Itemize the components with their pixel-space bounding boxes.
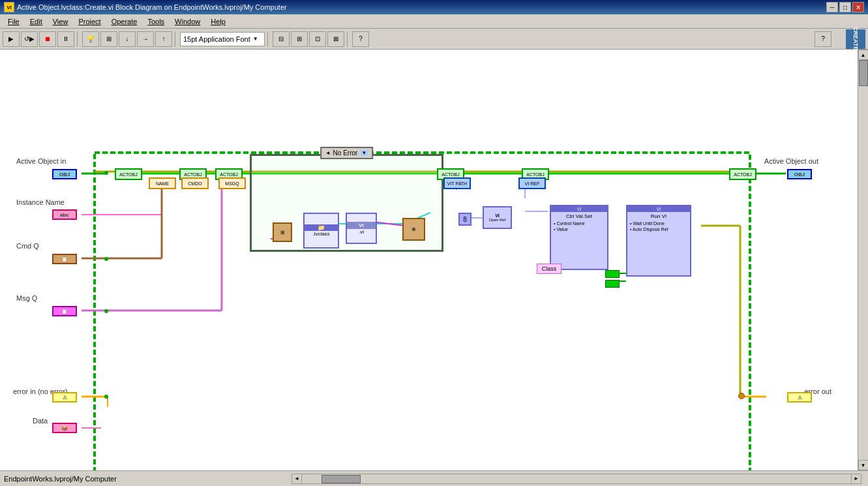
align-button[interactable]: ⊟ bbox=[273, 31, 290, 47]
font-name: 15pt Application Font bbox=[183, 35, 250, 43]
title-bar: VI Active Object.lvclass:Create.vi Block… bbox=[0, 0, 868, 14]
error-out-junction bbox=[738, 393, 745, 399]
toolbar-separator-2 bbox=[175, 31, 177, 47]
menu-project[interactable]: Project bbox=[73, 16, 106, 27]
scroll-thumb[interactable] bbox=[859, 60, 868, 86]
scroll-left-button[interactable]: ◄ bbox=[292, 474, 302, 484]
data-label: Data bbox=[33, 417, 48, 425]
maximize-button[interactable]: □ bbox=[839, 2, 851, 12]
horizontal-scroll-track[interactable] bbox=[302, 474, 851, 484]
toolbar-separator-1 bbox=[77, 31, 80, 47]
scroll-up-button[interactable]: ▲ bbox=[858, 50, 869, 60]
step-into-button[interactable]: ↓ bbox=[119, 31, 136, 47]
error-in-terminal[interactable]: ⚠ bbox=[52, 392, 77, 402]
toolbar-separator-3 bbox=[267, 31, 270, 47]
highlight-button[interactable]: 💡 bbox=[82, 31, 99, 47]
resize-button[interactable]: ⊡ bbox=[309, 31, 326, 47]
vi-open-ref-node[interactable]: VI Open Ref bbox=[483, 206, 512, 229]
horizontal-scroll-thumb[interactable] bbox=[322, 475, 361, 483]
error-out-terminal[interactable]: ⚠ bbox=[787, 392, 812, 402]
block-diagram: Active Object in OBJ Instance Name abc C… bbox=[0, 50, 858, 470]
msg-q-label: Msg Q bbox=[16, 294, 37, 302]
create-badge[interactable]: CREATE bbox=[846, 29, 865, 49]
wire-junction-4 bbox=[104, 395, 108, 399]
class-label-box: Class bbox=[537, 264, 561, 274]
actobj-node-1[interactable]: ACTOBJ bbox=[115, 168, 142, 180]
window-title: Active Object.lvclass:Create.vi Block Di… bbox=[17, 3, 826, 11]
menu-operate[interactable]: Operate bbox=[106, 16, 143, 27]
func-block-2[interactable]: ⊕ bbox=[402, 218, 425, 241]
status-text: EndpointWorks.lvproj/My Computer bbox=[4, 475, 289, 483]
run-vi-node[interactable]: VI Run VI • Wait Until Done • Auto Dispo… bbox=[626, 205, 691, 277]
font-selector[interactable]: 15pt Application Font ▼ bbox=[180, 32, 265, 46]
run-button[interactable]: ▶ bbox=[3, 31, 20, 47]
diagram-canvas[interactable]: Active Object in OBJ Instance Name abc C… bbox=[0, 50, 858, 470]
pause-button[interactable]: ⏸ bbox=[57, 31, 74, 47]
menu-tools[interactable]: Tools bbox=[142, 16, 170, 27]
reorder-button[interactable]: ⊠ bbox=[327, 31, 344, 47]
close-button[interactable]: ✕ bbox=[852, 2, 864, 12]
lvclass-icon-node[interactable]: 📁 .lvclass bbox=[303, 213, 339, 249]
actobj-node-6[interactable]: ACTOBJ bbox=[729, 168, 756, 180]
scroll-down-button[interactable]: ▼ bbox=[858, 460, 869, 470]
data-terminal[interactable]: 📦 bbox=[52, 423, 77, 433]
cmd-q-terminal[interactable]: 📋 bbox=[52, 254, 77, 264]
active-object-in-label: Active Object in bbox=[16, 157, 66, 165]
abort-button[interactable]: ⏹ bbox=[39, 31, 56, 47]
main-content: Active Object in OBJ Instance Name abc C… bbox=[0, 50, 868, 470]
scroll-track[interactable] bbox=[858, 60, 868, 460]
name-node[interactable]: NAME bbox=[149, 177, 176, 189]
menu-view[interactable]: View bbox=[48, 16, 74, 27]
status-indicator-2 bbox=[605, 280, 620, 288]
cmd-node[interactable]: CMDO bbox=[181, 177, 209, 189]
menu-edit[interactable]: Edit bbox=[25, 16, 48, 27]
instance-name-terminal[interactable]: abc bbox=[52, 209, 77, 220]
ctrl-val-set-node[interactable]: VI Ctrl Val.Set • Control Name • Value bbox=[550, 205, 608, 270]
status-bar: EndpointWorks.lvproj/My Computer ◄ ► bbox=[0, 470, 868, 486]
msg-node[interactable]: MSGQ bbox=[218, 177, 246, 189]
wire-junction-1 bbox=[104, 171, 108, 175]
run-continuously-button[interactable]: ↺▶ bbox=[21, 31, 38, 47]
vertical-scrollbar[interactable]: ▲ ▼ bbox=[858, 50, 868, 470]
func-block-1[interactable]: ⊞ bbox=[273, 222, 292, 242]
step-over-button[interactable]: → bbox=[137, 31, 154, 47]
vi-icon-node[interactable]: VI .vi bbox=[346, 213, 377, 244]
wire-junction-2 bbox=[104, 257, 108, 261]
instance-name-label: Instance Name bbox=[16, 198, 65, 206]
minimize-button[interactable]: ─ bbox=[826, 2, 838, 12]
font-dropdown-arrow: ▼ bbox=[253, 36, 258, 42]
window-controls: ─ □ ✕ bbox=[826, 2, 864, 12]
menu-bar: File Edit View Project Operate Tools Win… bbox=[0, 14, 868, 29]
wire-junction-3 bbox=[104, 309, 108, 313]
horizontal-scrollbar-container: ◄ ► bbox=[292, 474, 861, 484]
vi-ref-node[interactable]: VI REF bbox=[518, 177, 546, 189]
wire-overlay bbox=[0, 50, 858, 470]
vit-path-node[interactable]: VIT PATH bbox=[443, 177, 471, 189]
toolbar: ▶ ↺▶ ⏹ ⏸ 💡 ⊞ ↓ → ↑ 15pt Application Font… bbox=[0, 29, 868, 50]
cmd-q-label: Cmd Q bbox=[16, 242, 39, 250]
no-error-selector[interactable]: ◄ No Error ▼ bbox=[320, 147, 374, 159]
menu-help[interactable]: Help bbox=[205, 16, 231, 27]
menu-file[interactable]: File bbox=[3, 16, 25, 27]
help-context-button[interactable]: ? bbox=[352, 31, 369, 47]
toolbar-separator-4 bbox=[347, 31, 350, 47]
msg-q-terminal[interactable]: 📋 bbox=[52, 306, 77, 316]
scroll-right-button[interactable]: ► bbox=[851, 474, 861, 484]
status-indicator-1 bbox=[605, 270, 620, 278]
numeric-constant-8[interactable]: 8 bbox=[458, 213, 471, 226]
step-out-button[interactable]: ↑ bbox=[155, 31, 172, 47]
active-object-out-terminal[interactable]: OBJ bbox=[787, 169, 812, 179]
menu-window[interactable]: Window bbox=[170, 16, 205, 27]
help-button-right[interactable]: ? bbox=[815, 31, 831, 47]
active-object-in-terminal[interactable]: OBJ bbox=[52, 169, 77, 179]
distribute-button[interactable]: ⊞ bbox=[291, 31, 308, 47]
app-icon: VI bbox=[4, 2, 14, 12]
active-object-out-label: Active Object out bbox=[764, 157, 818, 165]
retain-button[interactable]: ⊞ bbox=[100, 31, 117, 47]
